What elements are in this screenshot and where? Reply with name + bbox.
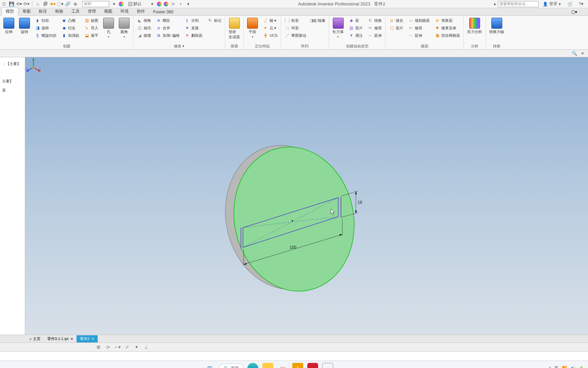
tab-model[interactable]: 模型 [1,7,18,16]
emboss-button[interactable]: ◉凸雕 [60,17,81,24]
model-browser[interactable]: ：【主要】 主要】 系 [0,57,25,335]
close-icon[interactable]: ✕ [92,337,94,341]
dimension-icon[interactable]: ↔▾ [114,344,120,350]
import-button[interactable]: ↳导入 [83,25,100,31]
material-dropdown[interactable]: 材料 [82,1,109,7]
tab-collaborate[interactable]: 协作 [133,7,149,15]
extend-surf-button[interactable]: ↔延伸 [407,32,431,39]
cart-icon[interactable]: 🛒 [568,1,573,7]
ruled-button[interactable]: ▱规则曲面 [407,17,431,24]
patch-surf-button[interactable]: ▢面片 [388,25,405,31]
derive-button[interactable]: ◆衍生 [60,25,81,31]
tab-fusion360[interactable]: Fusion 360 [149,9,177,15]
tab-view[interactable]: 视图 [100,7,116,15]
revolve-button[interactable]: 旋转 [18,17,31,35]
login-button[interactable]: 👤 登录 ▾ [543,1,561,7]
close-icon[interactable]: ✕ [70,337,73,341]
sculpt-button[interactable]: ▼灌注 [347,32,364,39]
shapegen-button[interactable]: 形状 生成器 [227,17,241,40]
repair-button[interactable]: ✚修复实体 [433,25,461,31]
rib-button[interactable]: ▮加强筋 [60,32,81,39]
trim-button[interactable]: ✂修剪 [366,25,383,31]
panel-label[interactable]: 修改 ▾ [135,43,223,49]
inventor-icon[interactable]: I [292,363,303,368]
help-search-input[interactable]: 搜索帮助和命令... [498,1,539,7]
tab-annotate[interactable]: 标注 [35,7,51,15]
fx-icon[interactable]: fx [170,1,176,7]
perp-icon[interactable]: ⊥ [143,344,149,350]
home-icon[interactable]: ⌂ [35,1,40,7]
sketch-pattern-button[interactable]: ⋰草图驱动 [283,32,308,39]
color-ball-icon[interactable] [119,2,124,6]
dropdown-icon[interactable]: ▾ [111,1,117,7]
draft-button[interactable]: ◢拔模 [135,32,152,39]
replace-button[interactable]: ⇄替换面 [433,17,461,24]
split-button[interactable]: ⫿分割 [183,17,204,24]
loft-button[interactable]: ◨放样 [33,25,58,31]
edge-icon[interactable] [247,363,258,368]
explorer-icon[interactable] [262,363,273,368]
start-button[interactable]: ⊞ [204,363,215,368]
taskbar-search[interactable]: 🔍搜索 [219,364,243,368]
link-icon[interactable]: 🔗 [65,1,70,7]
tab-inspect[interactable]: 检验 [51,7,67,15]
chamfer-button[interactable]: ◣倒角 [135,17,152,24]
globe-icon[interactable]: ⊕ [72,1,78,7]
box-button[interactable]: 长方体▾ [331,17,345,39]
sew-button[interactable]: ⧈缝合 [388,17,405,24]
tree-item[interactable]: ：【主要】 [1,59,23,68]
mirror-button[interactable]: ◨◧镜像 [310,17,327,24]
stress-button[interactable]: 应力分析 [466,17,484,35]
decal-button[interactable]: ▧贴图 [83,17,100,24]
tab-sketch[interactable]: 草图 [18,7,35,15]
assemble-icon[interactable]: ⬘▾ [50,1,55,7]
tab-tools[interactable]: 工具 [67,7,84,15]
ucs-button[interactable]: ╋UCS [261,32,279,39]
circ-pattern-button[interactable]: ◌环形 [283,25,308,31]
search-icon[interactable]: 🔍 [572,51,577,56]
face-button[interactable]: ◆面 [347,17,364,24]
extrude-button[interactable]: 拉伸 [2,17,16,35]
undo-icon[interactable]: ⟲▾ [16,1,22,7]
customize-icon[interactable]: ▾ [185,1,191,7]
plane-button[interactable]: 平面▾ [246,17,259,39]
tree-item[interactable]: 系 [1,86,23,95]
unfold-button[interactable]: ⬓展平 [83,32,100,39]
viewport[interactable]: 100 18 z x [25,57,588,335]
doc-tab-file1[interactable]: 零件3-1-1.ipt✕ [44,335,77,342]
doc-tab-home[interactable]: ⌂主页 [26,335,44,342]
tab-manage[interactable]: 管理 [84,7,100,15]
deleteface-button[interactable]: ✕删除面 [183,32,204,39]
direct-button[interactable]: ✦直接 [183,25,204,31]
combine-button[interactable]: ⊎合并 [154,25,181,31]
appearance-dropdown[interactable]: 默认 [127,1,147,7]
dropdown-icon[interactable]: ▾ [149,1,155,7]
patch-button[interactable]: ▧面片 [347,25,364,31]
rect-pattern-button[interactable]: ⋮⋮矩形 [283,17,308,24]
select-icon[interactable]: ⬚▾ [58,1,63,7]
snip-icon[interactable]: ✂ [277,363,288,368]
search-go-icon[interactable]: ▸ [492,1,498,7]
battery-icon[interactable]: 🔋 [579,366,584,368]
thicken-button[interactable]: ⧉加厚/ 偏移 [154,32,181,39]
extend-button[interactable]: ↔延伸 [366,32,383,39]
app-icon[interactable] [307,363,318,368]
tree-item[interactable]: 主要】 [1,77,23,86]
fillet-button[interactable]: 圆角▾ [117,17,131,39]
help-icon[interactable]: ?▾ [578,1,584,7]
new-icon[interactable]: 🗋 [1,1,7,7]
ime-indicator[interactable]: 英 [554,365,558,368]
sheet-icon[interactable]: 🗐 [43,1,48,7]
trim-surf-button[interactable]: ✂修剪 [407,25,431,31]
app2-icon[interactable] [322,363,333,368]
tray-chevron-icon[interactable]: ^ [549,366,551,368]
menu-icon[interactable]: ≡ [580,51,585,56]
mark-button[interactable]: ✎标记 [206,17,223,24]
scale-icon[interactable]: ⤢ [124,344,130,350]
hole-button[interactable]: 孔▾ [102,17,115,39]
sweep-button[interactable]: ◗扫掠 [33,17,58,24]
volume-icon[interactable]: 🔊 [570,366,575,368]
axis-button[interactable]: ╱轴 ▾ [261,17,279,24]
save-icon[interactable]: 💾 [9,1,14,7]
convert-sheet-button[interactable]: 转换为钣 [488,17,506,35]
